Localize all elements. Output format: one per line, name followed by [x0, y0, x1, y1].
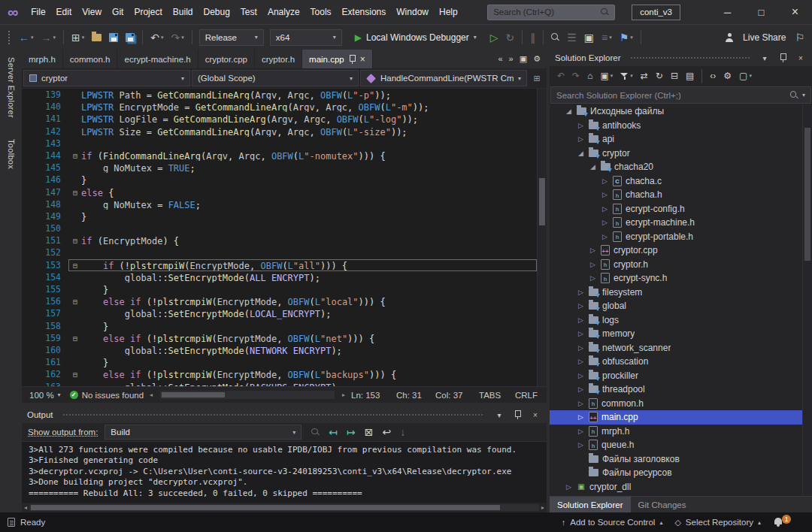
fold-marker-icon[interactable]: ⊟ [69, 150, 81, 161]
tree-expander-icon[interactable]: ▷ [601, 233, 609, 240]
tree-item[interactable]: ▷hmrph.h [550, 425, 802, 439]
pin-icon[interactable] [511, 410, 523, 419]
output-text[interactable]: 3>All 273 functions were compiled becaus… [22, 442, 547, 503]
hot-reload-icon[interactable]: ↻ [503, 31, 518, 44]
side-tab-server-explorer[interactable]: Server Explorer [7, 57, 16, 118]
panel-tab-git-changes[interactable]: Git Changes [631, 497, 694, 512]
live-share-icon[interactable] [722, 32, 737, 44]
hscroll-right-icon[interactable]: ▸ [342, 391, 345, 398]
find-in-files-icon[interactable] [548, 32, 562, 43]
tree-expander-icon[interactable]: ▷ [589, 274, 597, 282]
side-tab-toolbox[interactable]: Toolbox [7, 139, 16, 169]
open-file-icon[interactable] [89, 32, 105, 43]
break-all-icon[interactable]: ∥ [527, 31, 538, 44]
tree-item[interactable]: Файлы заголовков [550, 452, 802, 467]
panel-grip[interactable] [62, 413, 484, 417]
select-repository-button[interactable]: ◇ Select Repository ▴ [674, 518, 761, 527]
bookmark-icon[interactable]: ⚑▾ [617, 31, 636, 44]
autoscroll-icon[interactable]: ↓ [397, 425, 408, 439]
se-properties-icon[interactable]: ⚙ [720, 70, 735, 82]
fold-marker-icon[interactable]: ⊟ [69, 235, 81, 246]
solution-platform-combo[interactable]: x64▾ [270, 29, 342, 46]
tree-item[interactable]: ▷logs [550, 313, 802, 328]
eol-indicator[interactable]: CRLF [515, 391, 542, 400]
editor-tab-common.h[interactable]: common.h [63, 50, 118, 68]
document-health-indicator[interactable]: ✓ No issues found [70, 391, 144, 400]
editor-horizontal-scrollbar[interactable] [160, 391, 335, 399]
se-switch-views-icon[interactable]: ▣▾ [597, 70, 616, 82]
maximize-button[interactable]: □ [744, 0, 778, 24]
tree-item[interactable]: ▷▣cryptor_dll [550, 480, 802, 494]
member-combo[interactable]: HandleCommandLine(PWSTR CmdLi ▾ [360, 70, 527, 86]
menu-build[interactable]: Build [168, 0, 198, 24]
tree-expander-icon[interactable]: ◢ [589, 163, 597, 171]
se-filter-icon[interactable]: ▾ [617, 71, 636, 82]
editor-tab-cryptor.h[interactable]: cryptor.h [255, 50, 302, 68]
tree-expander-icon[interactable]: ◢ [565, 107, 573, 115]
menu-view[interactable]: View [77, 0, 107, 24]
vscroll-thumb[interactable] [539, 178, 545, 225]
prev-message-icon[interactable]: ↤ [326, 425, 341, 439]
output-scrollbar[interactable]: ◂ ▸ [22, 503, 547, 512]
output-source-combo[interactable]: Build ▾ [105, 425, 301, 440]
solution-configuration-combo[interactable]: Release▾ [199, 29, 264, 46]
close-panel-icon[interactable]: × [795, 54, 807, 62]
fold-marker-icon[interactable]: ⊟ [69, 333, 81, 343]
tree-expander-icon[interactable]: ▷ [577, 413, 585, 421]
save-all-icon[interactable] [123, 32, 138, 44]
tree-expander-icon[interactable]: ▷ [565, 483, 573, 491]
editor-vertical-scrollbar[interactable] [537, 89, 547, 386]
tree-expander-icon[interactable]: ▷ [601, 205, 609, 213]
tree-item[interactable]: ▷hqueue.h [550, 438, 802, 452]
undo-icon[interactable]: ↶▾ [147, 31, 166, 44]
tab-pin-icon[interactable] [349, 55, 356, 64]
add-to-source-control-button[interactable]: ↑ Add to Source Control ▴ [562, 518, 663, 527]
menu-help[interactable]: Help [434, 0, 463, 24]
window-position-icon[interactable]: ▾ [493, 411, 505, 419]
menu-file[interactable]: File [26, 0, 50, 24]
new-file-icon[interactable]: ⊞▾ [68, 31, 87, 44]
output-scroll-track[interactable] [29, 504, 539, 511]
pin-icon[interactable] [777, 53, 789, 62]
se-nav-back-icon[interactable]: ↶ [554, 70, 568, 82]
se-preview-icon[interactable]: ▢▾ [736, 70, 755, 82]
tree-expander-icon[interactable]: ▷ [577, 441, 585, 449]
navbar-split-icon[interactable]: ⊞ [529, 74, 545, 83]
tree-item[interactable]: ◢Исходные файлы [550, 104, 802, 119]
scope-combo[interactable]: (Global Scope) ▾ [192, 70, 359, 86]
minimize-button[interactable]: ─ [710, 0, 744, 24]
menu-extensions[interactable]: Extensions [337, 0, 392, 24]
notifications-button[interactable]: 1 [773, 517, 786, 528]
tree-item[interactable]: ▷hchacha.h [550, 188, 802, 202]
close-button[interactable]: × [778, 0, 812, 24]
editor-tab-ecrypt-machine.h[interactable]: ecrypt-machine.h [117, 50, 198, 68]
menu-debug[interactable]: Debug [198, 0, 235, 24]
tree-expander-icon[interactable]: ▷ [589, 246, 597, 254]
menu-window[interactable]: Window [391, 0, 434, 24]
tree-item[interactable]: ▷hecrypt-portable.h [550, 230, 802, 244]
tree-item[interactable]: ▷++cryptor.cpp [550, 243, 802, 258]
line-operations-icon[interactable]: ≡▾ [598, 31, 615, 44]
menu-test[interactable]: Test [235, 0, 262, 24]
fold-marker-icon[interactable]: ⊟ [69, 187, 81, 198]
window-layout-icon[interactable]: ▣ [581, 31, 597, 44]
tree-expander-icon[interactable]: ▷ [577, 372, 585, 379]
tree-expander-icon[interactable]: ▷ [577, 330, 585, 337]
redo-icon[interactable]: ↷▾ [168, 31, 187, 44]
start-without-debugging-icon[interactable]: ▷ [487, 31, 501, 44]
project-combo[interactable]: cryptor ▾ [23, 70, 190, 86]
tree-item[interactable]: ▷Cchacha.c [550, 174, 802, 189]
tree-item[interactable]: ▷++main.cpp [550, 410, 802, 425]
tree-item[interactable]: ▷obfuscation [550, 355, 802, 369]
tree-item[interactable]: ▷hecrypt-config.h [550, 202, 802, 216]
menu-analyze[interactable]: Analyze [262, 0, 305, 24]
hscroll-left-icon[interactable]: ◂ [150, 391, 153, 398]
panel-tab-solution-explorer[interactable]: Solution Explorer [550, 497, 631, 512]
tree-scroll-thumb[interactable] [804, 128, 810, 261]
output-scroll-left-icon[interactable]: ◂ [24, 504, 27, 511]
tree-expander-icon[interactable]: ▷ [577, 428, 585, 435]
tree-item[interactable]: ▷filesystem [550, 286, 802, 300]
tree-expander-icon[interactable]: ◢ [577, 150, 585, 157]
solution-badge[interactable]: conti_v3 [632, 5, 680, 20]
editor-tab-main.cpp[interactable]: main.cpp× [302, 50, 373, 68]
